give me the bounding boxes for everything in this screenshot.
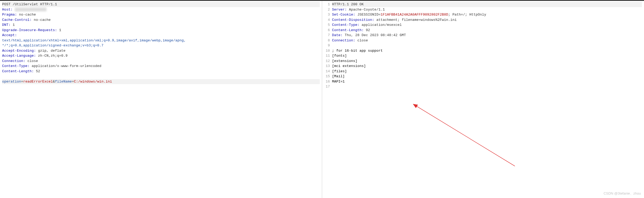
resp-header-set-cookie: Set-Cookie: JSESSIONID=1F1AFBB41A24A2A0A… — [332, 12, 642, 17]
redacted-host — [15, 8, 46, 11]
resp-header-connection: Connection: close — [332, 38, 642, 43]
request-body: operation=readErrorExcel&fileName=C:/win… — [2, 79, 320, 84]
header-accept-language: Accept-Language: zh-CN,zh;q=0.9 — [2, 53, 320, 59]
header-pragma: Pragma: no-cache — [2, 12, 320, 17]
resp-body-line: ; for 16-bit app support — [332, 48, 642, 54]
resp-body-line: [Mail] — [332, 74, 642, 79]
resp-body-line: MAPI=1 — [332, 79, 642, 84]
request-line: POST /UtilServlet HTTP/1.1 — [2, 2, 320, 7]
line-number-gutter: 1 2 3 4 5 6 7 8 9 10 11 12 13 14 15 16 1… — [324, 2, 332, 197]
resp-header-server: Server: Apache-Coyote/1.1 — [332, 7, 642, 12]
header-upgrade: Upgrade-Insecure-Requests: 1 — [2, 28, 320, 33]
response-body: HTTP/1.1 200 OK Server: Apache-Coyote/1.… — [332, 2, 642, 197]
header-accept-val1: text/html,application/xhtml+xml,applicat… — [2, 38, 320, 43]
header-accept-val2: */*;q=0.8,application/signed-exchange;v=… — [2, 43, 320, 48]
resp-body-line: [mci extensions] — [332, 64, 642, 69]
request-panel[interactable]: POST /UtilServlet HTTP/1.1 Host: Pragma:… — [0, 1, 322, 198]
split-panels: POST /UtilServlet HTTP/1.1 Host: Pragma:… — [0, 1, 644, 198]
header-content-length: Content-Length: 52 — [2, 69, 320, 74]
header-connection: Connection: close — [2, 59, 320, 64]
resp-header-content-type: Content-Type: application/msexcel — [332, 22, 642, 28]
resp-header-content-disposition: Content-Disposition: attachment; filenam… — [332, 17, 642, 23]
header-cache-control: Cache-Control: no-cache — [2, 17, 320, 23]
response-panel[interactable]: 1 2 3 4 5 6 7 8 9 10 11 12 13 14 15 16 1… — [322, 1, 644, 198]
header-accept: Accept: — [2, 33, 320, 38]
resp-body-line: [files] — [332, 69, 642, 74]
resp-body-line: [fonts] — [332, 53, 642, 59]
header-content-type: Content-Type: application/x-www-form-url… — [2, 64, 320, 69]
header-host: Host: — [2, 7, 320, 12]
resp-blank-line — [332, 43, 642, 48]
header-dnt: DNT: 1 — [2, 22, 320, 28]
resp-body-line: [extensions] — [332, 59, 642, 64]
resp-header-date: Date: Thu, 28 Dec 2023 08:48:42 GMT — [332, 33, 642, 38]
resp-header-content-length: Content-Length: 92 — [332, 28, 642, 33]
blank-line — [2, 74, 320, 79]
resp-body-line — [332, 84, 642, 89]
response-status-line: HTTP/1.1 200 OK — [332, 2, 642, 7]
header-accept-encoding: Accept-Encoding: gzip, deflate — [2, 48, 320, 54]
